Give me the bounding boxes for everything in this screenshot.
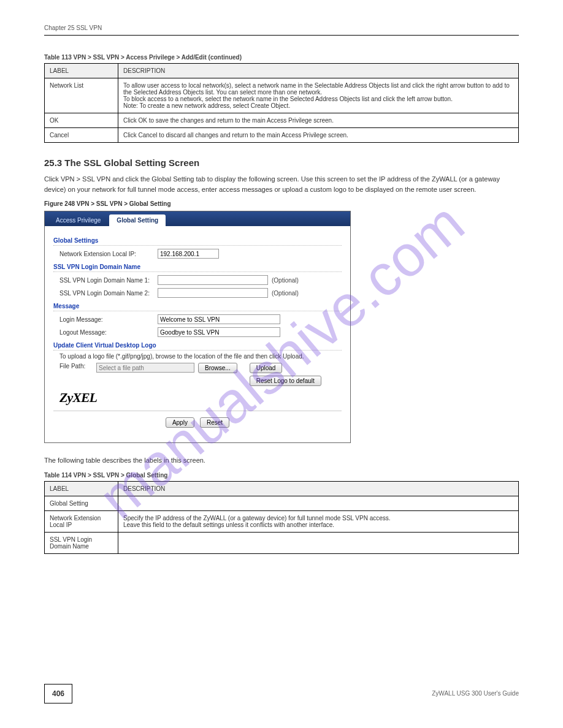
table-113-head-label: LABEL [45, 64, 118, 78]
input-network-extension-ip[interactable] [158, 249, 219, 259]
table-113-head-desc: DESCRIPTION [118, 64, 519, 78]
row-label: Network List [45, 78, 118, 113]
table-row: Global Setting [45, 496, 519, 510]
tab-access-privilege[interactable]: Access Privilege [48, 214, 108, 226]
logo-text: ZyXEL [59, 390, 97, 405]
upload-hint: To upload a logo file (*.gif/png/jpg), b… [59, 353, 342, 360]
row-label: Network Extension Local IP [45, 510, 118, 532]
row-label: Cancel [45, 128, 118, 143]
chapter-heading: Chapter 25 SSL VPN [44, 25, 519, 31]
divider [44, 35, 519, 36]
input-file-path[interactable] [96, 363, 194, 373]
guide-title: ZyWALL USG 300 User's Guide [432, 690, 519, 697]
table-114-head-label: LABEL [45, 481, 118, 496]
table-row: OK Click OK to save the changes and retu… [45, 113, 519, 128]
row-label: Global Setting [45, 496, 118, 510]
input-domain-2[interactable] [158, 288, 268, 298]
table-row: SSL VPN Login Domain Name [45, 532, 519, 553]
row-desc [118, 532, 519, 553]
label-domain-2: SSL VPN Login Domain Name 2: [59, 290, 158, 297]
table-row: Network List To allow user access to loc… [45, 78, 519, 113]
section-title: 25.3 The SSL Global Setting Screen [44, 157, 519, 168]
heading-ssl-login-domain: SSL VPN Login Domain Name [53, 264, 342, 272]
optional-hint-2: (Optional) [272, 290, 299, 297]
table-113: LABEL DESCRIPTION Network List To allow … [44, 63, 519, 143]
input-login-message[interactable] [158, 314, 280, 324]
screenshot-figure: Access Privilege Global Setting Global S… [44, 211, 351, 443]
table-row: Cancel Click Cancel to discard all chang… [45, 128, 519, 143]
row-label: SSL VPN Login Domain Name [45, 532, 118, 553]
input-logout-message[interactable] [158, 327, 280, 337]
table-row: Network Extension Local IP Specify the I… [45, 510, 519, 532]
row-desc [118, 496, 519, 510]
label-login-message: Login Message: [59, 316, 158, 323]
table-113-caption: Table 113 VPN > SSL VPN > Access Privile… [44, 54, 519, 61]
table-114: LABEL DESCRIPTION Global Setting Network… [44, 481, 519, 554]
row-label: OK [45, 113, 118, 128]
reset-logo-button[interactable]: Reset Logo to default [250, 376, 321, 386]
browse-button[interactable]: Browse... [198, 363, 237, 373]
figure-caption: Figure 248 VPN > SSL VPN > Global Settin… [44, 200, 519, 207]
section-body-2: The following table describes the labels… [44, 455, 519, 466]
table-114-head-desc: DESCRIPTION [118, 481, 519, 496]
row-desc: To allow user access to local network(s)… [118, 78, 519, 113]
section-body-1: Click VPN > SSL VPN and click the Global… [44, 174, 519, 194]
optional-hint-1: (Optional) [272, 277, 299, 284]
upload-button[interactable]: Upload [250, 363, 283, 373]
heading-global-settings: Global Settings [53, 237, 342, 246]
heading-message: Message [53, 303, 342, 311]
row-desc: Specify the IP address of the ZyWALL (or… [118, 510, 519, 532]
tab-global-setting[interactable]: Global Setting [109, 214, 166, 226]
heading-update-logo: Update Client Virtual Desktop Logo [53, 342, 342, 351]
brand-logo: ZyXEL [59, 390, 342, 406]
label-logout-message: Logout Message: [59, 329, 158, 336]
row-desc: Click Cancel to discard all changes and … [118, 128, 519, 143]
input-domain-1[interactable] [158, 275, 268, 285]
page-number: 406 [44, 684, 72, 703]
reset-button[interactable]: Reset [200, 417, 229, 428]
table-114-caption: Table 114 VPN > SSL VPN > Global Setting [44, 472, 519, 479]
row-desc: Click OK to save the changes and return … [118, 113, 519, 128]
label-file-path: File Path: [59, 363, 96, 370]
apply-button[interactable]: Apply [166, 417, 194, 428]
label-domain-1: SSL VPN Login Domain Name 1: [59, 277, 158, 284]
label-network-extension: Network Extension Local IP: [59, 251, 158, 257]
